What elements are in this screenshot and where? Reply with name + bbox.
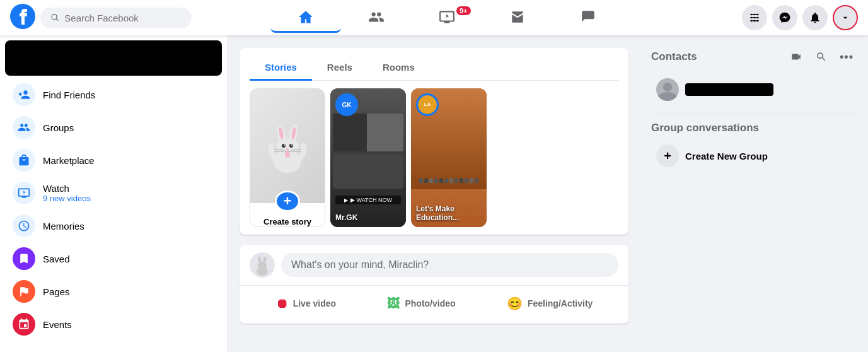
right-sidebar: Contacts ••• (641, 35, 868, 352)
feeling-activity-button[interactable]: 😊 Feeling/Activity (499, 291, 600, 316)
svg-point-19 (291, 144, 292, 146)
contact-item[interactable] (651, 73, 858, 106)
account-dropdown-button[interactable] (833, 5, 858, 30)
search-contacts-icon-button[interactable] (810, 45, 833, 68)
nav-friends-button[interactable] (341, 3, 412, 33)
watch-icon (13, 182, 35, 204)
notifications-icon-button[interactable] (802, 5, 828, 30)
topnav-left (10, 4, 212, 32)
story-gk-avatar: GK (335, 93, 358, 116)
saved-icon (13, 247, 35, 270)
tab-stories[interactable]: Stories (250, 56, 312, 81)
composer-user-avatar (250, 252, 275, 278)
contacts-icons: ••• (785, 45, 858, 68)
live-video-icon: ⏺ (275, 296, 288, 311)
svg-point-7 (757, 14, 759, 16)
nav-home-button[interactable] (270, 3, 341, 33)
sidebar-item-saved[interactable]: Saved (5, 242, 222, 275)
sidebar-item-pages[interactable]: Pages (5, 275, 222, 308)
contact-name-redacted (685, 83, 773, 96)
facebook-logo[interactable] (10, 4, 35, 32)
groups-icon (13, 116, 35, 139)
create-new-group-button[interactable]: + Create New Group (651, 139, 858, 172)
post-composer: What's on your mind, Miraclin? ⏺ Live vi… (240, 245, 628, 324)
nav-groups-button[interactable] (553, 3, 623, 33)
sidebar-divider (651, 114, 858, 114)
pages-label: Pages (43, 286, 214, 297)
svg-point-8 (757, 17, 759, 19)
sidebar-item-memories[interactable]: Memories (5, 209, 222, 242)
live-video-button[interactable]: ⏺ Live video (268, 291, 344, 316)
more-contacts-icon-button[interactable]: ••• (835, 45, 858, 68)
svg-point-20 (286, 148, 289, 151)
story-card-mr-gk[interactable]: GK ▶ ▶ WATCH NOW Mr.GK (330, 88, 406, 227)
menu-icon-button[interactable] (742, 5, 767, 30)
composer-divider (240, 285, 628, 286)
watch-badge: 9+ (456, 6, 471, 15)
sidebar-item-watch[interactable]: Watch 9 new videos (5, 177, 222, 209)
watch-label-group: Watch 9 new videos (43, 183, 214, 203)
marketplace-label: Marketplace (43, 155, 214, 166)
stories-tabs: Stories Reels Rooms (250, 56, 618, 81)
page-layout: Find Friends Groups Marketplace (0, 35, 868, 352)
story-gk-label: Mr.GK (335, 213, 401, 222)
svg-point-21 (285, 151, 290, 158)
create-story-card[interactable]: + Create story (250, 88, 325, 227)
stories-row: + Create story (250, 88, 618, 227)
create-group-plus-icon: + (656, 144, 679, 167)
story-edu-avatar: LA (416, 93, 439, 116)
photo-video-icon: 🖼 (387, 296, 400, 311)
stories-card: Stories Reels Rooms (240, 48, 628, 235)
svg-point-9 (757, 20, 759, 22)
story-watch-now-badge: ▶ ▶ WATCH NOW (335, 196, 401, 204)
story-card-education[interactable]: LA Let's Make Education... (411, 88, 487, 227)
svg-point-27 (258, 261, 267, 269)
left-sidebar: Find Friends Groups Marketplace (0, 35, 227, 352)
bunny-illustration (259, 114, 316, 177)
nav-watch-button[interactable]: 9+ (412, 3, 482, 33)
tab-reels[interactable]: Reels (312, 56, 367, 81)
events-icon (13, 313, 35, 336)
create-group-label: Create New Group (685, 151, 768, 161)
watch-new-videos: 9 new videos (43, 194, 214, 203)
user-profile-block[interactable] (5, 40, 222, 76)
contact-avatar (656, 78, 679, 101)
contacts-header: Contacts ••• (651, 45, 858, 68)
topnav-right (681, 5, 858, 30)
tab-rooms[interactable]: Rooms (367, 56, 430, 81)
svg-point-3 (751, 20, 753, 22)
pages-icon (13, 280, 35, 303)
nav-marketplace-button[interactable] (482, 3, 553, 33)
saved-label: Saved (43, 254, 214, 264)
sidebar-item-events[interactable]: Events (5, 308, 222, 341)
messenger-icon-button[interactable] (772, 5, 797, 30)
main-feed: Stories Reels Rooms (227, 35, 641, 352)
photo-video-button[interactable]: 🖼 Photo/video (379, 291, 463, 316)
memories-icon (13, 214, 35, 237)
marketplace-icon (13, 149, 35, 172)
search-bar[interactable] (40, 8, 192, 28)
composer-input[interactable]: What's on your mind, Miraclin? (281, 253, 618, 277)
top-navigation: 9+ (0, 0, 868, 35)
search-icon (50, 13, 59, 23)
sidebar-item-groups[interactable]: Groups (5, 111, 222, 144)
svg-point-4 (754, 14, 756, 16)
events-label: Events (43, 319, 214, 330)
svg-point-2 (751, 17, 753, 19)
create-story-image (250, 89, 325, 203)
sidebar-item-marketplace[interactable]: Marketplace (5, 144, 222, 177)
story-edu-label: Let's Make Education... (416, 204, 482, 222)
create-story-label: Create story (261, 217, 314, 226)
groups-label: Groups (43, 122, 214, 133)
video-call-icon-button[interactable] (785, 45, 807, 68)
sidebar-item-find-friends[interactable]: Find Friends (5, 78, 222, 111)
memories-label: Memories (43, 221, 214, 232)
create-story-plus-button[interactable]: + (275, 191, 300, 212)
contacts-title: Contacts (651, 50, 697, 63)
svg-point-16 (282, 144, 286, 148)
find-friends-label: Find Friends (43, 90, 214, 100)
feeling-icon: 😊 (507, 296, 523, 311)
find-friends-icon (13, 83, 35, 106)
search-input[interactable] (64, 13, 182, 23)
topnav-center: 9+ (212, 3, 681, 33)
